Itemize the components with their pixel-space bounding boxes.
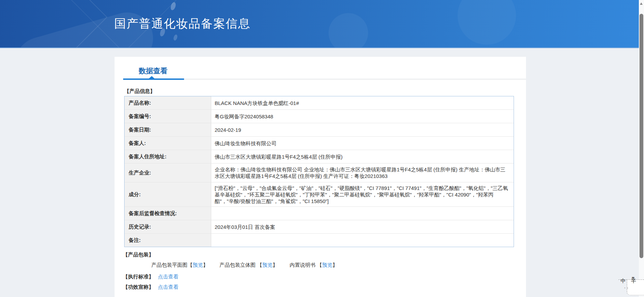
row-value: BLACK NANA方块铁盒单色腮红-01# bbox=[211, 96, 514, 109]
row-label: 备案人住所地址: bbox=[125, 150, 211, 163]
bracket-suffix: 】 bbox=[272, 262, 278, 268]
packaging-manual-label: 内置说明书 【 bbox=[290, 262, 322, 268]
packaging-flat-preview-link[interactable]: 预览 bbox=[193, 262, 203, 268]
product-info-table: 产品名称: BLACK NANA方块铁盒单色腮红-01# 备案编号: 粤G妆网备… bbox=[124, 96, 514, 247]
row-label: 生产企业: bbox=[125, 163, 211, 182]
tab-divider bbox=[184, 79, 526, 79]
banner-decoration-dot bbox=[170, 2, 177, 11]
section-title-product-info: 【产品信息】 bbox=[124, 88, 155, 95]
row-label: 备注: bbox=[125, 234, 211, 247]
row-label: 备案日期: bbox=[125, 123, 211, 136]
packaging-manual-preview-link[interactable]: 预览 bbox=[322, 262, 332, 268]
page-title: 国产普通化妆品备案信息 bbox=[114, 16, 250, 32]
packaging-3d-image-label: 产品包装立体图 【 bbox=[219, 262, 262, 268]
row-value: 佛山琦妆生物科技有限公司 bbox=[211, 137, 514, 150]
row-label: 成分: bbox=[125, 182, 211, 206]
efficacy-label: 【功效宣称】 bbox=[123, 284, 154, 290]
row-label: 历史记录: bbox=[125, 220, 211, 233]
ime-fullwidth-toggle[interactable]: 半 bbox=[631, 278, 636, 284]
banner-decoration-square bbox=[0, 0, 107, 48]
row-value: 2024年03月01日 首次备案 bbox=[211, 220, 514, 233]
table-row: 备案后监督检查情况: bbox=[125, 207, 514, 220]
table-row: 生产企业: 企业名称：佛山琦妆生物科技有限公司 企业地址：佛山市三水区大塘镇彩暖… bbox=[125, 163, 514, 182]
table-row: 备案人住所地址: 佛山市三水区大塘镇彩暖星路1号F4之5栋4层 (住所申报) bbox=[125, 150, 514, 163]
table-row: 历史记录: 2024年03月01日 首次备案 bbox=[125, 220, 514, 234]
row-label: 产品名称: bbox=[125, 96, 211, 109]
row-value: 企业名称：佛山琦妆生物科技有限公司 企业地址：佛山市三水区大塘镇彩暖星路1号F4… bbox=[211, 163, 514, 182]
table-row: 备注: bbox=[125, 234, 514, 247]
section-title-packaging: 【产品包装】 bbox=[123, 252, 154, 258]
row-label: 备案人: bbox=[125, 137, 211, 150]
bracket-suffix: 】 bbox=[203, 262, 208, 268]
packaging-flat-image-item: 产品包装平面图【预览】 bbox=[151, 262, 208, 268]
ime-punctuation-toggle[interactable]: ，。 bbox=[623, 285, 631, 289]
table-row: 备案日期: 2024-02-19 bbox=[125, 123, 514, 137]
row-value: 佛山市三水区大塘镇彩暖星路1号F4之5栋4层 (住所申报) bbox=[211, 150, 514, 163]
row-value: 粤G妆网备字2024058348 bbox=[211, 110, 514, 123]
table-row: 产品名称: BLACK NANA方块铁盒单色腮红-01# bbox=[125, 96, 514, 110]
banner-decoration-circle bbox=[458, 0, 516, 45]
table-row: 备案编号: 粤G妆网备字2024058348 bbox=[125, 110, 514, 123]
vertical-scrollbar[interactable] bbox=[639, 0, 644, 297]
row-value bbox=[211, 207, 514, 220]
packaging-manual-item: 内置说明书 【预览】 bbox=[290, 262, 337, 268]
banner-decoration-circle bbox=[329, 13, 368, 48]
content-card: 数据查看 【产品信息】 产品名称: BLACK NANA方块铁盒单色腮红-01#… bbox=[115, 57, 526, 297]
standard-view-link[interactable]: 点击查看 bbox=[158, 274, 179, 279]
table-row: 成分: ["滑石粉"，"云母"，"合成氟金云母"，"矿油"，"硅石"，"硬脂酸镁… bbox=[125, 182, 514, 207]
row-value bbox=[211, 234, 514, 247]
bracket-suffix: 】 bbox=[332, 262, 337, 268]
standard-label: 【执行标准】 bbox=[123, 274, 154, 279]
ime-mode-toggle[interactable]: 中 bbox=[621, 278, 626, 284]
tab-data-view[interactable]: 数据查看 bbox=[139, 66, 168, 76]
scrollbar-thumb[interactable] bbox=[640, 14, 643, 258]
packaging-flat-image-label: 产品包装平面图【 bbox=[151, 262, 193, 268]
tab-active-underline bbox=[123, 78, 184, 80]
packaging-3d-preview-link[interactable]: 预览 bbox=[262, 262, 272, 268]
scroll-up-arrow-icon[interactable] bbox=[640, 2, 643, 5]
efficacy-row: 【功效宣称】点击查看 bbox=[123, 284, 179, 290]
page-banner: 国产普通化妆品备案信息 bbox=[0, 0, 644, 48]
banner-decoration-dot bbox=[173, 34, 178, 41]
row-label: 备案编号: bbox=[125, 110, 211, 123]
ime-toolbar[interactable]: ❝ 中 半 ，。 bbox=[619, 275, 644, 297]
packaging-3d-image-item: 产品包装立体图 【预览】 bbox=[219, 262, 278, 268]
tab-indicator-triangle-icon bbox=[149, 76, 154, 78]
standard-row: 【执行标准】点击查看 bbox=[123, 274, 179, 280]
row-label: 备案后监督检查情况: bbox=[125, 207, 211, 220]
efficacy-view-link[interactable]: 点击查看 bbox=[158, 284, 179, 290]
table-row: 备案人: 佛山琦妆生物科技有限公司 bbox=[125, 137, 514, 150]
row-value: ["滑石粉"，"云母"，"合成氟金云母"，"矿油"，"硅石"，"硬脂酸镁"，"C… bbox=[211, 182, 514, 206]
row-value: 2024-02-19 bbox=[211, 123, 514, 136]
